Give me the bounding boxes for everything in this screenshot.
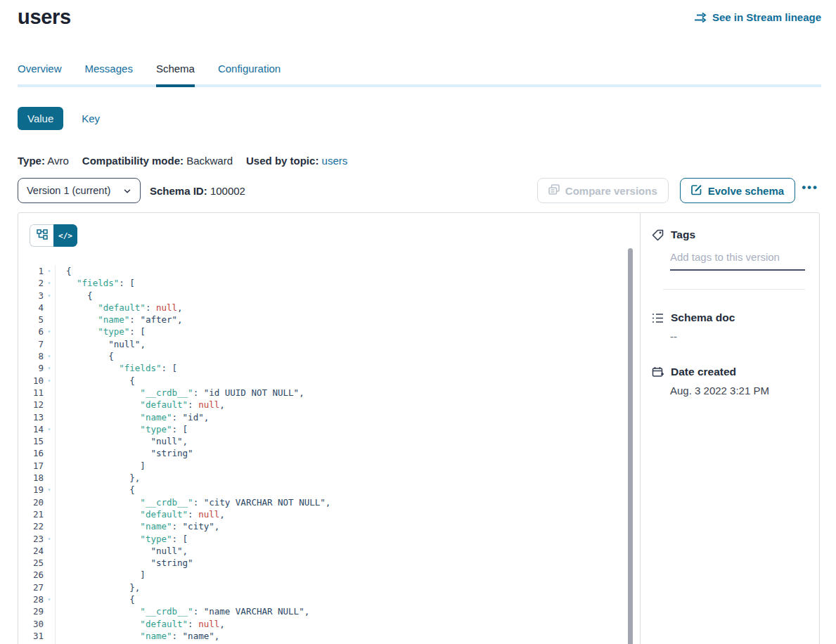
line-number: 22 (18, 520, 44, 532)
code-text: { (57, 484, 135, 496)
code-line: 24 "null", (18, 545, 640, 557)
code-text: "type": [ (57, 533, 188, 545)
fold-arrow-icon[interactable]: ▾ (44, 423, 56, 435)
compare-versions-button[interactable]: Compare versions (537, 178, 669, 203)
line-number: 3 (18, 290, 44, 302)
code-text: "fields": [ (57, 362, 177, 374)
line-number: 25 (18, 557, 44, 569)
line-number: 8 (18, 350, 44, 362)
fold-gutter (44, 496, 56, 508)
meta-used-by-topic: Used by topic: users (246, 155, 347, 167)
code-line: 29 "__crdb__": "name VARCHAR NULL", (18, 605, 640, 617)
line-number: 29 (18, 605, 44, 617)
stream-lineage-icon (694, 12, 707, 23)
page-title: users (18, 6, 71, 29)
schema-id-value: 100002 (210, 185, 245, 197)
code-text: "type": [ (57, 423, 188, 435)
fold-arrow-icon[interactable]: ▾ (44, 277, 56, 289)
view-toggle: </> (30, 224, 77, 247)
meta-compatibility-label: Compatibility mode: (82, 155, 184, 167)
code-text: "name": "id", (57, 411, 209, 423)
line-number: 30 (18, 618, 44, 630)
line-number: 24 (18, 545, 44, 557)
evolve-schema-button[interactable]: Evolve schema (680, 178, 795, 203)
code-text: "default": null, (57, 399, 225, 411)
tag-icon (652, 229, 664, 241)
fold-arrow-icon[interactable]: ▾ (44, 375, 56, 387)
date-created-header: Date created (652, 366, 805, 378)
tree-view-icon (37, 229, 48, 243)
code-text: { (57, 265, 72, 277)
tab-configuration[interactable]: Configuration (218, 63, 281, 87)
code-line: 8▾ { (18, 350, 640, 362)
schema-id-label: Schema ID: (150, 185, 207, 197)
compare-versions-label: Compare versions (565, 185, 657, 197)
stream-lineage-link[interactable]: See in Stream lineage (694, 11, 821, 23)
tab-messages[interactable]: Messages (85, 63, 133, 87)
compare-versions-icon (548, 184, 560, 198)
version-row: Version 1 (current) Schema ID: 100002 Co… (18, 178, 818, 203)
code-line: 1▾{ (18, 265, 640, 277)
meta-type-label: Type: (18, 155, 45, 167)
code-text: ] (57, 460, 146, 472)
code-line: 21 "default": null, (18, 508, 640, 520)
code-line: 15 "null", (18, 435, 640, 447)
code-text: "string" (57, 447, 193, 459)
schema-id: Schema ID: 100002 (150, 185, 245, 197)
tab-schema[interactable]: Schema (156, 63, 195, 87)
version-select[interactable]: Version 1 (current) (18, 178, 141, 203)
code-line: 25 "string" (18, 557, 640, 569)
line-number: 2 (18, 277, 44, 289)
fold-arrow-icon[interactable]: ▾ (44, 350, 56, 362)
code-line: 16 "string" (18, 447, 640, 459)
tab-overview[interactable]: Overview (18, 63, 62, 87)
fold-arrow-icon[interactable]: ▾ (44, 484, 56, 496)
value-toggle-button[interactable]: Value (18, 107, 63, 130)
code-text: { (57, 375, 135, 387)
line-number: 17 (18, 460, 44, 472)
fold-arrow-icon[interactable]: ▾ (44, 362, 56, 374)
fold-arrow-icon[interactable]: ▾ (44, 593, 56, 605)
tags-input[interactable] (670, 250, 805, 271)
code-line: 5 "name": "after", (18, 314, 640, 326)
line-number: 14 (18, 423, 44, 435)
schema-card: </> 1▾{2▾ "fields": [3▾ {4 "default": nu… (18, 212, 820, 644)
tags-section: Tags (652, 228, 805, 290)
value-key-toggle: Value Key (18, 107, 100, 130)
code-text: "__crdb__": "id UUID NOT NULL", (57, 387, 304, 399)
fold-gutter (44, 435, 56, 447)
fold-arrow-icon[interactable]: ▾ (44, 533, 56, 545)
code-line: 4 "default": null, (18, 302, 640, 314)
fold-gutter (44, 581, 56, 593)
schema-meta-row: Type: Avro Compatibility mode: Backward … (18, 155, 347, 167)
evolve-schema-icon (691, 184, 702, 198)
fold-gutter (44, 557, 56, 569)
line-number: 31 (18, 630, 44, 642)
code-text: "name": "after", (57, 314, 183, 326)
line-number: 26 (18, 569, 44, 581)
fold-arrow-icon[interactable]: ▾ (44, 265, 56, 277)
code-line: 28▾ { (18, 593, 640, 605)
schema-doc-value: -- (670, 330, 805, 342)
code-line: 26 ] (18, 569, 640, 581)
key-toggle-button[interactable]: Key (82, 112, 100, 124)
fold-gutter (44, 314, 56, 326)
topic-link[interactable]: users (322, 155, 348, 167)
code-view-button[interactable]: </> (53, 224, 77, 247)
editor-scrollbar[interactable] (628, 248, 633, 644)
meta-topic-label: Used by topic: (246, 155, 319, 167)
code-text: "default": null, (57, 302, 183, 314)
line-number: 18 (18, 472, 44, 484)
meta-type: Type: Avro (18, 155, 69, 167)
fold-arrow-icon[interactable]: ▾ (44, 290, 56, 302)
code-text: "null", (57, 435, 188, 447)
more-options-button[interactable]: ••• (802, 184, 818, 197)
date-created-section: Date created Aug. 3 2022 3:21 PM (652, 366, 805, 397)
line-number: 27 (18, 581, 44, 593)
tags-header: Tags (652, 228, 805, 241)
tree-view-button[interactable] (30, 224, 53, 247)
fold-arrow-icon[interactable]: ▾ (44, 326, 56, 337)
code-view-icon: </> (58, 231, 72, 240)
fold-gutter (44, 302, 56, 314)
code-line: 12 "default": null, (18, 399, 640, 411)
